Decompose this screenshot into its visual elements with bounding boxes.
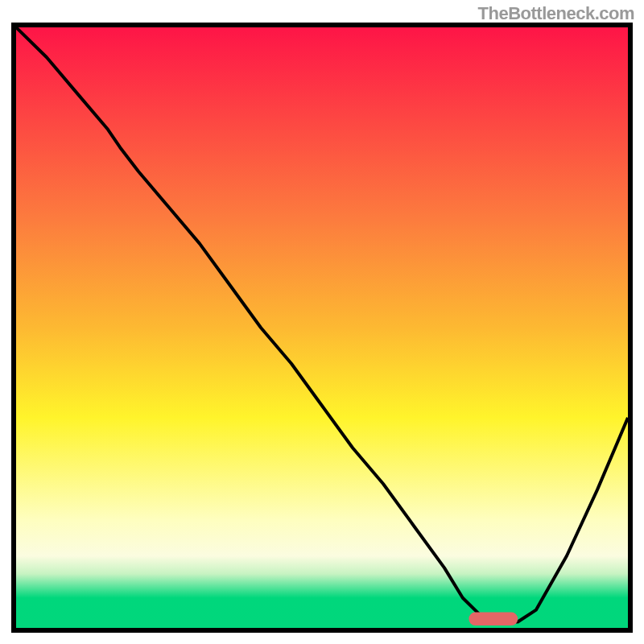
chart-svg	[16, 27, 628, 628]
chart-frame	[11, 23, 633, 633]
watermark-text: TheBottleneck.com	[478, 3, 634, 24]
gradient-background	[16, 27, 628, 628]
optimal-range-marker	[469, 613, 518, 625]
